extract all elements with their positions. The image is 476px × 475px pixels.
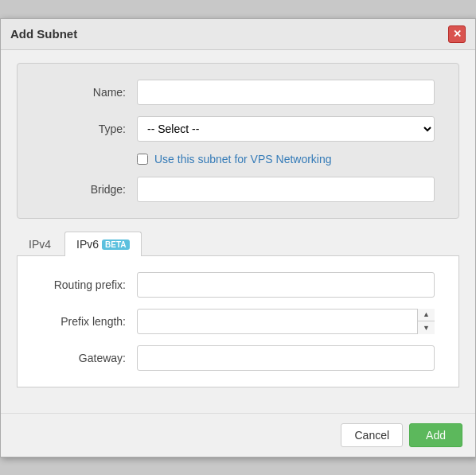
- vps-networking-label[interactable]: Use this subnet for VPS Networking: [154, 153, 332, 165]
- gateway-input[interactable]: [137, 345, 435, 371]
- name-row: Name:: [41, 80, 435, 105]
- tab-ipv6-label: IPv6: [76, 238, 99, 251]
- tab-ipv6[interactable]: IPv6BETA: [64, 232, 142, 256]
- prefix-length-label: Prefix length:: [41, 315, 137, 328]
- beta-badge: BETA: [102, 239, 129, 250]
- tab-ipv4-label: IPv4: [29, 238, 51, 251]
- name-label: Name:: [41, 86, 137, 99]
- top-form-section: Name: Type: -- Select -- Use this subnet…: [17, 63, 459, 219]
- gateway-label: Gateway:: [41, 352, 137, 364]
- tabs-bar: IPv4 IPv6BETA: [17, 232, 459, 256]
- dialog-body: Name: Type: -- Select -- Use this subnet…: [1, 50, 475, 413]
- tab-ipv4[interactable]: IPv4: [17, 232, 63, 256]
- type-select[interactable]: -- Select --: [137, 116, 435, 142]
- spinner-buttons: ▲ ▼: [417, 309, 435, 334]
- spinner-down-button[interactable]: ▼: [418, 321, 435, 334]
- routing-prefix-label: Routing prefix:: [41, 278, 137, 291]
- tab-content-ipv6: Routing prefix: Prefix length: ▲ ▼: [17, 256, 459, 387]
- dialog-footer: Cancel Add: [1, 413, 475, 457]
- cancel-button[interactable]: Cancel: [341, 423, 403, 447]
- dialog-titlebar: Add Subnet ✕: [1, 19, 475, 50]
- spinner-up-button[interactable]: ▲: [418, 309, 435, 322]
- bridge-row: Bridge:: [41, 177, 435, 202]
- bridge-label: Bridge:: [41, 183, 137, 196]
- tabs-container: IPv4 IPv6BETA Routing prefix: Prefix len…: [17, 232, 459, 387]
- prefix-length-row: Prefix length: ▲ ▼: [41, 309, 435, 334]
- prefix-length-spinner-wrapper: ▲ ▼: [137, 309, 435, 334]
- routing-prefix-input[interactable]: [137, 272, 435, 298]
- bridge-input[interactable]: [137, 177, 435, 202]
- type-label: Type:: [41, 123, 137, 135]
- vps-networking-row: Use this subnet for VPS Networking: [137, 153, 435, 165]
- gateway-row: Gateway:: [41, 345, 435, 371]
- prefix-length-input[interactable]: [137, 309, 435, 334]
- name-input[interactable]: [137, 80, 435, 105]
- routing-prefix-row: Routing prefix:: [41, 272, 435, 298]
- close-button[interactable]: ✕: [448, 25, 466, 43]
- type-row: Type: -- Select --: [41, 116, 435, 142]
- add-button[interactable]: Add: [409, 423, 462, 447]
- add-subnet-dialog: Add Subnet ✕ Name: Type: -- Select -- Us…: [0, 18, 476, 457]
- vps-networking-checkbox[interactable]: [137, 154, 148, 165]
- dialog-title: Add Subnet: [10, 27, 77, 41]
